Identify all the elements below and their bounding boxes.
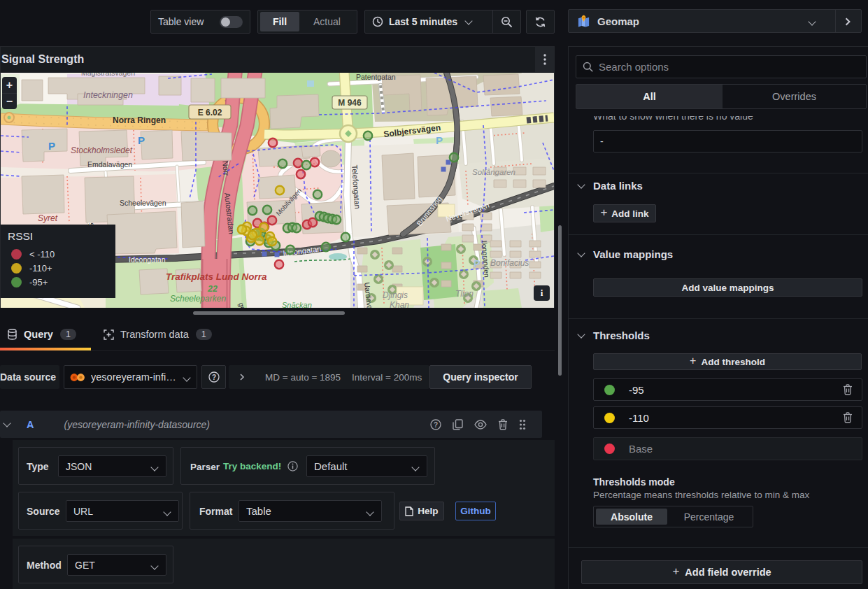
svg-text:Emdalavägen: Emdalavägen <box>87 160 132 169</box>
svg-text:Inteckningen: Inteckningen <box>83 90 133 100</box>
svg-text:Scheeleparken: Scheeleparken <box>170 294 226 304</box>
svg-text:?: ? <box>434 420 438 428</box>
svg-text:Norr: Norr <box>221 160 231 176</box>
svg-text:M 946: M 946 <box>338 98 362 108</box>
svg-text:P: P <box>138 134 145 146</box>
svg-text:Trafikplats Lund Norra: Trafikplats Lund Norra <box>166 271 267 282</box>
svg-text:P: P <box>436 134 443 146</box>
svg-text:Solfångaren: Solfångaren <box>472 168 515 176</box>
svg-text:P: P <box>48 140 55 152</box>
svg-text:Bonifacius: Bonifacius <box>490 258 529 268</box>
svg-text:Snäckan: Snäckan <box>282 301 312 308</box>
svg-text:Djingis: Djingis <box>383 290 408 300</box>
svg-text:Stockholmsledet: Stockholmsledet <box>71 146 133 155</box>
svg-text:E 6.02: E 6.02 <box>198 108 222 118</box>
svg-text:Syret: Syret <box>38 213 58 223</box>
svg-text:Magistratsvägen: Magistratsvägen <box>81 73 135 77</box>
svg-text:Norra Ringen: Norra Ringen <box>113 115 166 125</box>
svg-text:P: P <box>474 258 480 269</box>
svg-text:Tlion: Tlion <box>455 289 474 299</box>
svg-text:?: ? <box>211 374 215 381</box>
svg-text:22: 22 <box>207 284 218 294</box>
svg-text:Scheelevägen: Scheelevägen <box>120 199 166 207</box>
svg-text:Khan: Khan <box>390 300 409 308</box>
svg-text:Ideongatan: Ideongatan <box>129 255 166 264</box>
svg-text:Patentgatan: Patentgatan <box>356 73 396 81</box>
